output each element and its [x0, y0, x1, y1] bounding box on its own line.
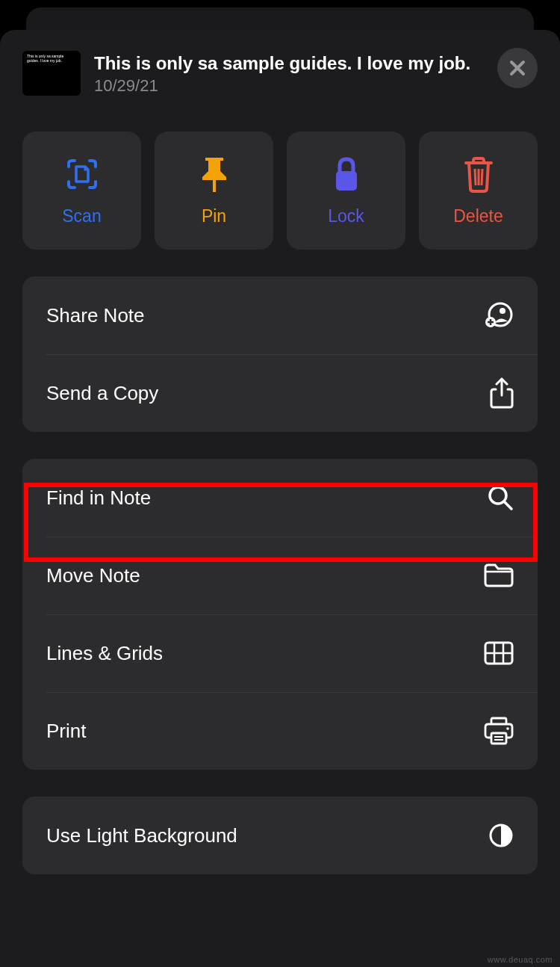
delete-button[interactable]: Delete — [419, 132, 538, 250]
svg-rect-17 — [491, 733, 506, 744]
share-note-row[interactable]: Share Note — [22, 276, 538, 354]
light-background-row[interactable]: Use Light Background — [22, 797, 538, 874]
search-icon — [487, 484, 514, 511]
menu-group-1: Share Note Send a Copy — [22, 276, 538, 432]
delete-label: Delete — [453, 206, 503, 226]
svg-point-6 — [500, 308, 505, 314]
print-label: Print — [46, 720, 86, 743]
scan-label: Scan — [62, 206, 101, 226]
svg-line-11 — [505, 502, 511, 509]
svg-rect-0 — [213, 180, 216, 192]
note-date: 10/29/21 — [94, 76, 484, 96]
lines-grids-label: Lines & Grids — [46, 642, 163, 665]
grid-icon — [484, 641, 514, 665]
close-button[interactable] — [497, 48, 538, 88]
quick-actions-row: Scan Pin Lock — [22, 132, 538, 250]
note-thumbnail: This is only sa sample guides. I love my… — [22, 51, 81, 96]
trash-icon — [463, 155, 494, 193]
svg-rect-1 — [336, 171, 357, 191]
lock-icon — [332, 155, 361, 193]
sheet-header: This is only sa sample guides. I love my… — [22, 51, 538, 96]
svg-line-4 — [482, 169, 482, 185]
action-sheet: This is only sa sample guides. I love my… — [0, 30, 560, 967]
move-note-row[interactable]: Move Note — [22, 537, 538, 614]
menu-group-2: Find in Note Move Note Lines & Grids — [22, 459, 538, 770]
send-copy-label: Send a Copy — [46, 382, 158, 405]
share-person-icon — [484, 302, 514, 329]
header-text: This is only sa sample guides. I love my… — [94, 51, 484, 96]
lock-button[interactable]: Lock — [287, 132, 405, 250]
pin-label: Pin — [202, 206, 226, 226]
svg-point-20 — [506, 727, 509, 730]
pin-button[interactable]: Pin — [155, 132, 273, 250]
pin-icon — [198, 155, 231, 193]
svg-point-10 — [490, 487, 506, 504]
close-icon — [508, 59, 526, 77]
svg-line-2 — [475, 169, 476, 185]
light-background-label: Use Light Background — [46, 824, 237, 847]
scan-icon — [64, 155, 100, 193]
move-note-label: Move Note — [46, 564, 140, 587]
note-title: This is only sa sample guides. I love my… — [94, 52, 484, 75]
menu-group-3: Use Light Background — [22, 797, 538, 874]
find-in-note-label: Find in Note — [46, 486, 151, 510]
folder-icon — [484, 563, 514, 587]
printer-icon — [484, 717, 514, 745]
scan-button[interactable]: Scan — [22, 132, 141, 250]
lock-label: Lock — [328, 206, 364, 226]
lines-grids-row[interactable]: Lines & Grids — [22, 614, 538, 692]
share-note-label: Share Note — [46, 304, 145, 327]
contrast-icon — [488, 823, 514, 848]
find-in-note-row[interactable]: Find in Note — [22, 459, 538, 537]
send-copy-row[interactable]: Send a Copy — [22, 354, 538, 432]
print-row[interactable]: Print — [22, 692, 538, 770]
share-icon — [490, 377, 514, 409]
watermark: www.deuaq.com — [488, 955, 553, 964]
